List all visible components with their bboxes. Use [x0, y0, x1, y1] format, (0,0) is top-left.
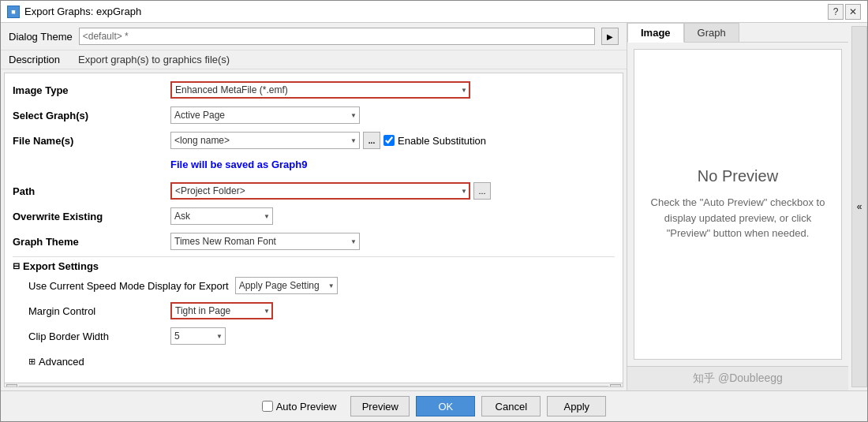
select-graphs-control: Active Page All Graphs: [170, 106, 615, 124]
graph-theme-row: Graph Theme Times New Roman Font Default: [13, 231, 615, 252]
tab-image[interactable]: Image: [627, 23, 684, 43]
tab-graph[interactable]: Graph: [684, 23, 739, 42]
file-saved-row: File will be saved as Graph9: [13, 155, 615, 176]
margin-control-label: Margin Control: [28, 305, 170, 317]
description-text: Export graph(s) to graphics file(s): [78, 54, 230, 65]
speed-mode-select[interactable]: Apply Page Setting Yes No: [235, 277, 338, 294]
h-scroll-track[interactable]: [19, 386, 608, 388]
speed-mode-select-wrapper: Apply Page Setting Yes No: [235, 277, 338, 294]
path-label: Path: [13, 185, 170, 197]
image-type-select-wrapper: Enhanced MetaFile (*.emf) BMP (*.bmp) PN…: [170, 81, 470, 99]
path-row: Path <Project Folder> Custom... ...: [13, 181, 615, 201]
footer: Auto Preview Preview OK Cancel Apply: [1, 390, 867, 421]
margin-control-select-wrapper: Tight in Page Tight Page: [170, 302, 273, 319]
export-settings-toggle[interactable]: ⊟: [13, 261, 20, 271]
no-preview-text: Check the "Auto Preview" checkbox to dis…: [650, 195, 825, 241]
file-names-row: File Name(s) <long name> <short name> ..…: [13, 130, 615, 151]
title-bar: ■ Export Graphs: expGraph ? ✕: [1, 1, 867, 23]
auto-preview-text: Auto Preview: [276, 401, 337, 413]
overwrite-label: Overwrite Existing: [13, 211, 170, 222]
graph-theme-select-wrapper: Times New Roman Font Default: [170, 233, 360, 250]
select-graphs-row: Select Graph(s) Active Page All Graphs: [13, 105, 615, 125]
path-control: <Project Folder> Custom... ...: [170, 182, 615, 200]
clip-border-row: Clip Border Width 5 10 15: [13, 326, 615, 346]
h-scroll-left-btn[interactable]: ◄: [6, 384, 17, 388]
dialog-body: Dialog Theme ▶ Description Export graph(…: [1, 23, 867, 390]
main-content-area: Image Type Enhanced MetaFile (*.emf) BMP…: [4, 73, 623, 387]
enable-substitution-checkbox[interactable]: [383, 135, 395, 146]
horizontal-scrollbar[interactable]: ◄ ►: [5, 383, 623, 387]
select-graphs-label: Select Graph(s): [13, 110, 170, 121]
speed-mode-label: Use Current Speed Mode Display for Expor…: [28, 280, 235, 292]
close-button[interactable]: ✕: [845, 4, 861, 20]
right-panel: Image Graph No Preview Check the "Auto P…: [627, 23, 848, 390]
graph-theme-select[interactable]: Times New Roman Font Default: [170, 233, 360, 250]
window-title: Export Graphs: expGraph: [24, 6, 823, 17]
description-label: Description: [9, 54, 72, 65]
overwrite-control: Ask Yes No: [170, 207, 615, 225]
margin-control-row: Margin Control Tight in Page Tight Page: [13, 301, 615, 321]
dialog-window: ■ Export Graphs: expGraph ? ✕ Dialog The…: [0, 0, 868, 422]
preview-button[interactable]: Preview: [350, 396, 410, 416]
advanced-row: ⊞ Advanced: [13, 351, 615, 372]
clip-border-select[interactable]: 5 10 15: [170, 327, 226, 345]
dialog-theme-label: Dialog Theme: [9, 31, 73, 43]
ok-button[interactable]: OK: [416, 396, 475, 416]
h-scroll-right-btn[interactable]: ►: [610, 384, 621, 388]
overwrite-row: Overwrite Existing Ask Yes No: [13, 206, 615, 226]
file-names-select-wrapper: <long name> <short name>: [170, 132, 360, 149]
enable-substitution-text: Enable Substitution: [398, 135, 486, 147]
overwrite-select-wrapper: Ask Yes No: [170, 207, 273, 225]
file-saved-text: File will be saved as Graph9: [170, 157, 307, 172]
no-preview-title: No Preview: [698, 167, 778, 185]
image-type-select[interactable]: Enhanced MetaFile (*.emf) BMP (*.bmp) PN…: [170, 81, 470, 99]
dialog-theme-row: Dialog Theme ▶: [1, 23, 627, 50]
title-bar-controls: ? ✕: [828, 4, 861, 20]
preview-area: No Preview Check the "Auto Preview" chec…: [634, 49, 842, 360]
graph-theme-control: Times New Roman Font Default: [170, 233, 615, 250]
export-settings-label: Export Settings: [23, 260, 99, 272]
overwrite-select[interactable]: Ask Yes No: [170, 207, 273, 225]
file-names-control: <long name> <short name> ... Enable Subs…: [170, 132, 615, 149]
speed-mode-row: Use Current Speed Mode Display for Expor…: [13, 275, 615, 296]
cancel-button[interactable]: Cancel: [481, 396, 541, 416]
dialog-theme-arrow-btn[interactable]: ▶: [601, 28, 619, 45]
advanced-label: Advanced: [39, 356, 84, 368]
apply-button[interactable]: Apply: [547, 396, 606, 416]
watermark: 知乎 @Doubleegg: [627, 366, 848, 390]
clip-border-label: Clip Border Width: [28, 331, 170, 342]
image-type-row: Image Type Enhanced MetaFile (*.emf) BMP…: [13, 80, 615, 100]
clip-border-select-wrapper: 5 10 15: [170, 327, 226, 345]
collapse-icon: «: [857, 201, 862, 212]
graph-theme-label: Graph Theme: [13, 236, 170, 248]
image-type-control: Enhanced MetaFile (*.emf) BMP (*.bmp) PN…: [170, 81, 615, 99]
margin-control-select[interactable]: Tight in Page Tight Page: [170, 302, 273, 319]
auto-preview-label[interactable]: Auto Preview: [262, 401, 337, 413]
path-select-wrapper: <Project Folder> Custom...: [170, 182, 470, 200]
description-row: Description Export graph(s) to graphics …: [1, 50, 627, 69]
path-browse-btn[interactable]: ...: [473, 182, 491, 200]
file-names-select[interactable]: <long name> <short name>: [170, 132, 360, 149]
enable-substitution-label[interactable]: Enable Substitution: [383, 135, 486, 147]
select-graphs-select[interactable]: Active Page All Graphs: [170, 106, 360, 124]
select-graphs-select-wrapper: Active Page All Graphs: [170, 106, 360, 124]
export-settings-header: ⊟ Export Settings: [13, 260, 615, 272]
help-button[interactable]: ?: [828, 4, 844, 20]
path-select[interactable]: <Project Folder> Custom...: [170, 182, 470, 200]
image-type-label: Image Type: [13, 84, 170, 96]
window-icon: ■: [7, 6, 20, 18]
form-table: Image Type Enhanced MetaFile (*.emf) BMP…: [5, 73, 623, 383]
left-panel: Dialog Theme ▶ Description Export graph(…: [1, 23, 627, 390]
file-names-browse-btn[interactable]: ...: [363, 132, 380, 149]
right-tabs: Image Graph: [627, 23, 848, 43]
dialog-theme-input[interactable]: [79, 28, 595, 45]
section-divider: [13, 256, 615, 257]
advanced-toggle[interactable]: ⊞: [28, 357, 36, 367]
file-names-label: File Name(s): [13, 135, 170, 147]
auto-preview-checkbox[interactable]: [262, 401, 273, 412]
h-scroll-thumb[interactable]: [20, 387, 255, 388]
collapse-panel-btn[interactable]: «: [851, 26, 867, 387]
